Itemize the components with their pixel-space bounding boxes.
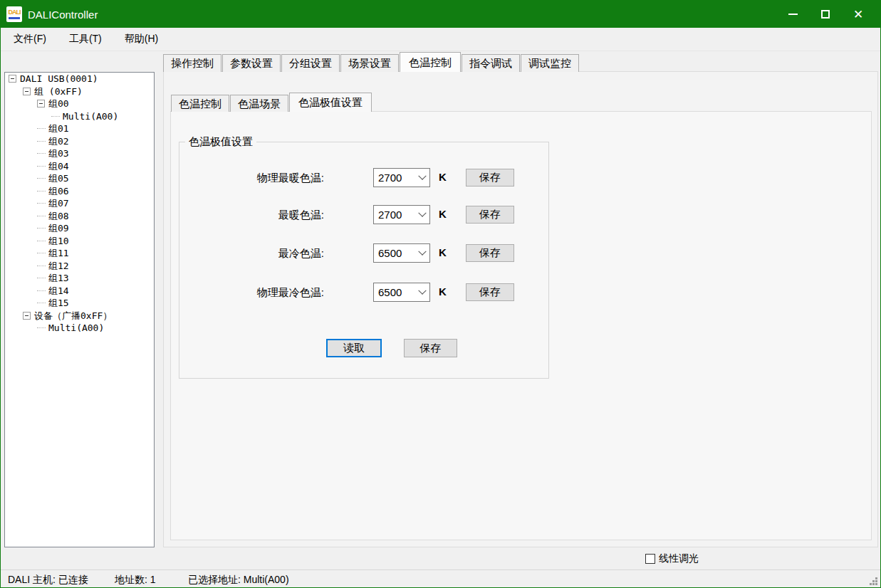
tree-item-label: DALI USB(0001) (20, 73, 98, 85)
tree-connector (37, 166, 46, 167)
tree-collapse-icon[interactable] (23, 312, 31, 320)
row-save-button[interactable]: 保存 (466, 169, 514, 187)
tree-item[interactable]: 组01 (5, 122, 154, 135)
cct-form-row: 最暖色温:2700K保存 (179, 205, 548, 225)
tree-item[interactable]: 组02 (5, 135, 154, 148)
tree-item[interactable]: 设备（广播0xFF） (5, 310, 154, 322)
row-save-button[interactable]: 保存 (466, 283, 514, 301)
save-all-button[interactable]: 保存 (404, 339, 457, 357)
tree-connector (37, 290, 46, 291)
groupbox-title: 色温极值设置 (185, 135, 256, 149)
tree-item-label: 组06 (48, 185, 69, 197)
cct-value-combobox[interactable]: 2700 (373, 205, 430, 224)
cct-value-combobox[interactable]: 6500 (373, 283, 430, 302)
main-tab-6[interactable]: 调试监控 (521, 54, 579, 72)
chevron-down-icon[interactable] (415, 206, 429, 224)
device-tree[interactable]: DALI USB(0001)组 (0xFF)组00Multi(A00)组01组0… (4, 72, 155, 547)
chevron-down-icon[interactable] (415, 283, 429, 301)
tree-connector (51, 116, 60, 117)
tree-item-label: 组02 (48, 135, 69, 147)
tree-item[interactable]: DALI USB(0001) (5, 73, 154, 85)
minimize-button[interactable] (776, 1, 809, 28)
unit-label: K (439, 246, 447, 258)
cct-value-combobox[interactable]: 6500 (373, 243, 430, 263)
tree-item[interactable]: 组05 (5, 172, 154, 185)
maximize-button[interactable] (809, 1, 842, 28)
menu-item-2[interactable]: 帮助(H) (115, 28, 168, 50)
tree-connector (37, 128, 46, 129)
tree-item[interactable]: 组09 (5, 222, 154, 235)
combobox-value: 2700 (374, 172, 415, 184)
sub-tab-2[interactable]: 色温极值设置 (289, 93, 372, 112)
sub-tab-page: 色温极值设置 物理最暖色温:2700K保存最暖色温:2700K保存最冷色温:65… (170, 111, 872, 540)
sub-tab-1[interactable]: 色温场景 (230, 95, 288, 112)
tree-item[interactable]: 组03 (5, 147, 154, 160)
tree-item-label: 组12 (48, 260, 69, 272)
tree-item-label: 组05 (48, 172, 69, 184)
chevron-down-icon[interactable] (415, 169, 429, 187)
tree-collapse-icon[interactable] (9, 75, 16, 83)
tree-item-label: 组 (0xFF) (34, 85, 83, 98)
cct-row-label: 物理最冷色温: (257, 286, 324, 300)
tree-item[interactable]: 组11 (5, 247, 154, 260)
tree-item[interactable]: 组14 (5, 285, 154, 298)
menu-item-1[interactable]: 工具(T) (59, 28, 112, 50)
checkbox-icon[interactable] (645, 554, 655, 564)
main-tab-1[interactable]: 参数设置 (222, 54, 281, 72)
tree-item-label: 组15 (48, 297, 69, 309)
sub-tab-0[interactable]: 色温控制 (171, 95, 229, 112)
tree-connector (37, 203, 46, 204)
cct-form-row: 物理最暖色温:2700K保存 (179, 168, 548, 188)
tree-item[interactable]: 组13 (5, 272, 154, 285)
cct-row-label: 最冷色温: (278, 247, 324, 261)
cct-value-combobox[interactable]: 2700 (373, 168, 430, 187)
tree-item[interactable]: 组10 (5, 235, 154, 248)
main-tab-0[interactable]: 操作控制 (163, 54, 221, 72)
tree-item[interactable]: 组15 (5, 297, 154, 310)
row-save-button[interactable]: 保存 (466, 244, 514, 262)
tree-connector (37, 253, 46, 253)
tree-connector (37, 141, 46, 142)
resize-grip[interactable] (867, 575, 877, 585)
tree-item-label: 组03 (48, 147, 69, 159)
menubar: 文件(F)工具(T)帮助(H) (1, 28, 880, 51)
main-tab-4[interactable]: 色温控制 (400, 52, 461, 72)
chevron-down-icon[interactable] (415, 244, 429, 262)
tree-connector (37, 327, 46, 328)
tree-item[interactable]: 组08 (5, 210, 154, 223)
tree-item[interactable]: 组07 (5, 197, 154, 210)
main-tab-3[interactable]: 场景设置 (340, 54, 399, 72)
tree-item-label: Multi(A00) (48, 322, 104, 334)
tree-item-label: 组10 (48, 235, 69, 247)
tree-item[interactable]: Multi(A00) (5, 110, 154, 123)
status-host: DALI 主机: 已连接 (8, 574, 88, 587)
tree-connector (37, 241, 46, 241)
tree-item-label: Multi(A00) (63, 110, 118, 122)
tree-item[interactable]: Multi(A00) (5, 322, 154, 335)
unit-label: K (439, 208, 447, 220)
tree-item-label: 组01 (48, 122, 69, 135)
row-save-button[interactable]: 保存 (466, 206, 514, 224)
close-button[interactable]: ✕ (842, 1, 875, 28)
read-button[interactable]: 读取 (326, 339, 382, 357)
cct-form-row: 物理最冷色温:6500K保存 (179, 283, 548, 303)
tree-item-label: 设备（广播0xFF） (34, 310, 112, 322)
tree-connector (37, 216, 46, 216)
main-tab-5[interactable]: 指令调试 (462, 54, 520, 72)
tree-item[interactable]: 组 (0xFF) (5, 85, 154, 98)
menu-item-0[interactable]: 文件(F) (4, 28, 56, 50)
tree-collapse-icon[interactable] (37, 100, 45, 107)
maximize-icon (821, 10, 830, 19)
sub-tabstrip: 色温控制色温场景色温极值设置 (171, 93, 372, 112)
tree-connector (37, 303, 46, 303)
tree-item[interactable]: 组06 (5, 185, 154, 198)
titlebar: DALI DALIController ✕ (1, 1, 880, 28)
tree-item-label: 组11 (48, 247, 69, 259)
tree-item[interactable]: 组12 (5, 260, 154, 273)
tree-item[interactable]: 组04 (5, 160, 154, 173)
main-tab-2[interactable]: 分组设置 (281, 54, 340, 72)
tree-collapse-icon[interactable] (23, 88, 31, 95)
combobox-value: 2700 (374, 209, 415, 221)
linear-dimming-checkbox[interactable]: 线性调光 (645, 552, 699, 565)
tree-item[interactable]: 组00 (5, 98, 154, 110)
